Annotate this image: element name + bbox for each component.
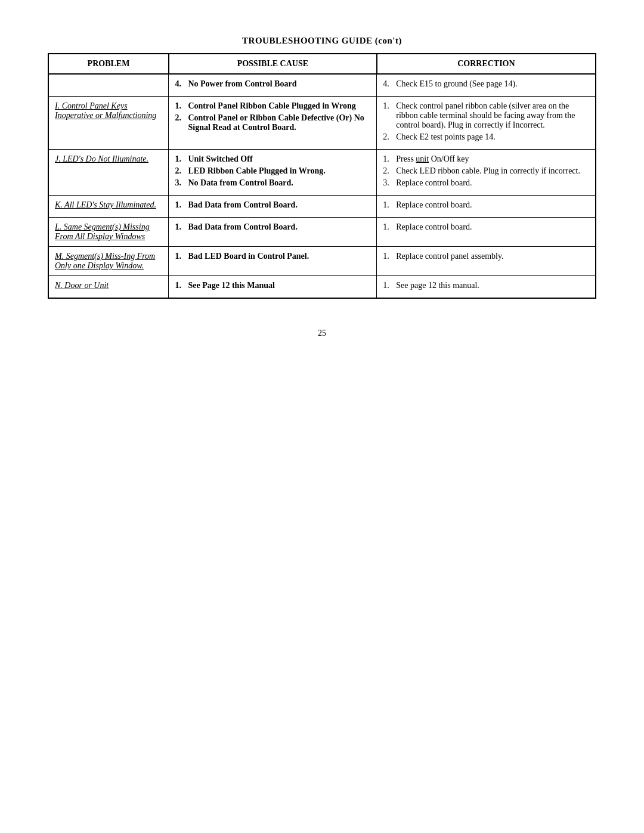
page-container: TROUBLESHOOTING GUIDE (con't) PROBLEM PO… <box>48 36 596 338</box>
cause-item: 4.No Power from Control Board <box>175 79 370 89</box>
correction-cell-2: 1.Press unit On/Off key2.Check LED ribbo… <box>377 150 596 196</box>
correction-item: 4.Check E15 to ground (See page 14). <box>383 79 589 89</box>
correction-item: 2.Check LED ribbon cable. Plug in correc… <box>383 166 589 176</box>
cause-item: 1.Bad LED Board in Control Panel. <box>175 252 370 261</box>
cause-cell-4: 1.Bad Data from Control Board. <box>169 218 377 247</box>
cause-cell-3: 1.Bad Data from Control Board. <box>169 196 377 218</box>
cause-item: 2.Control Panel or Ribbon Cable Defectiv… <box>175 113 370 132</box>
correction-item: 2.Check E2 test points page 14. <box>383 132 589 142</box>
problem-cell-5: M. Segment(s) Miss-Ing From Only one Dis… <box>48 247 169 276</box>
page-title: TROUBLESHOOTING GUIDE (con't) <box>242 36 402 46</box>
cause-item: 1.Control Panel Ribbon Cable Plugged in … <box>175 101 370 111</box>
problem-cell-2: J. LED's Do Not Illuminate. <box>48 150 169 196</box>
correction-item: 1.Replace control panel assembly. <box>383 252 589 261</box>
cause-cell-5: 1.Bad LED Board in Control Panel. <box>169 247 377 276</box>
problem-cell-6: N. Door or Unit <box>48 276 169 299</box>
correction-cell-4: 1.Replace control board. <box>377 218 596 247</box>
correction-item: 1.Replace control board. <box>383 200 589 210</box>
cause-item: 1.Bad Data from Control Board. <box>175 200 370 210</box>
cause-item: 1.Bad Data from Control Board. <box>175 222 370 232</box>
correction-item: 1.Press unit On/Off key <box>383 154 589 164</box>
table-row: 4.No Power from Control Board4.Check E15… <box>48 74 596 97</box>
cause-item: 1.See Page 12 this Manual <box>175 281 370 290</box>
correction-cell-3: 1.Replace control board. <box>377 196 596 218</box>
header-correction: CORRECTION <box>377 54 596 74</box>
header-cause: POSSIBLE CAUSE <box>169 54 377 74</box>
cause-item: 1.Unit Switched Off <box>175 154 370 164</box>
problem-cell-1: I. Control Panel Keys Inoperative or Mal… <box>48 97 169 150</box>
page-number: 25 <box>318 329 326 338</box>
problem-cell-4: L. Same Segment(s) Missing From All Disp… <box>48 218 169 247</box>
cause-item: 2.LED Ribbon Cable Plugged in Wrong. <box>175 166 370 176</box>
correction-item: 3.Replace control board. <box>383 178 589 188</box>
correction-cell-0: 4.Check E15 to ground (See page 14). <box>377 74 596 97</box>
table-row: I. Control Panel Keys Inoperative or Mal… <box>48 97 596 150</box>
problem-cell-3: K. All LED's Stay Illuminated. <box>48 196 169 218</box>
problem-cell-0 <box>48 74 169 97</box>
cause-cell-2: 1.Unit Switched Off2.LED Ribbon Cable Pl… <box>169 150 377 196</box>
table-row: J. LED's Do Not Illuminate.1.Unit Switch… <box>48 150 596 196</box>
cause-cell-6: 1.See Page 12 this Manual <box>169 276 377 299</box>
table-row: K. All LED's Stay Illuminated.1.Bad Data… <box>48 196 596 218</box>
correction-cell-6: 1.See page 12 this manual. <box>377 276 596 299</box>
correction-cell-1: 1.Check control panel ribbon cable (silv… <box>377 97 596 150</box>
table-row: M. Segment(s) Miss-Ing From Only one Dis… <box>48 247 596 276</box>
cause-item: 3.No Data from Control Board. <box>175 178 370 188</box>
header-problem: PROBLEM <box>48 54 169 74</box>
correction-cell-5: 1.Replace control panel assembly. <box>377 247 596 276</box>
correction-item: 1.See page 12 this manual. <box>383 281 589 290</box>
troubleshoot-table: PROBLEM POSSIBLE CAUSE CORRECTION 4.No P… <box>48 53 596 299</box>
cause-cell-1: 1.Control Panel Ribbon Cable Plugged in … <box>169 97 377 150</box>
table-row: L. Same Segment(s) Missing From All Disp… <box>48 218 596 247</box>
correction-item: 1.Replace control board. <box>383 222 589 232</box>
table-row: N. Door or Unit1.See Page 12 this Manual… <box>48 276 596 299</box>
cause-cell-0: 4.No Power from Control Board <box>169 74 377 97</box>
correction-item: 1.Check control panel ribbon cable (silv… <box>383 101 589 130</box>
